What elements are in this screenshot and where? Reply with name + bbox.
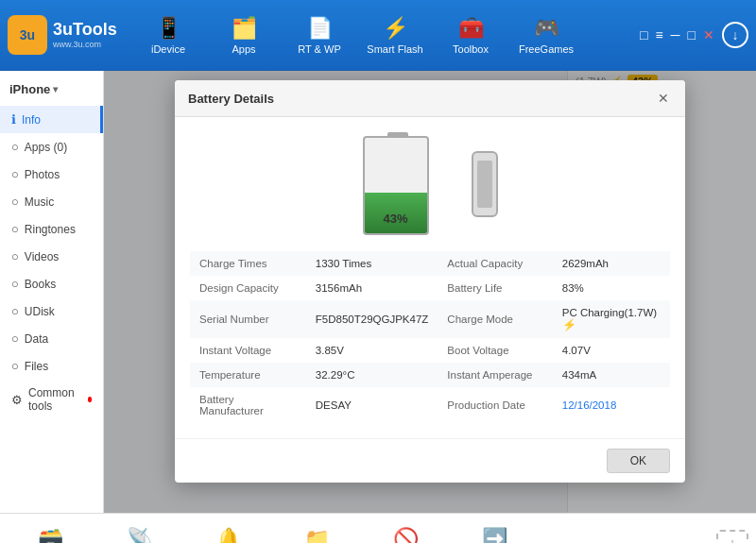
- plus-icon: +: [727, 535, 738, 543]
- sidebar-item-udisk[interactable]: ○ UDisk: [0, 297, 103, 325]
- val-charge-times: 1330 Times: [306, 251, 438, 276]
- tool-make-ringtone[interactable]: 🔔 Make Ringtone: [185, 518, 270, 544]
- charge-lightning-icon: ⚡: [562, 318, 576, 331]
- apps-icon: 🗂️: [232, 16, 257, 41]
- music-icon: ○: [11, 195, 19, 209]
- sidebar-item-music[interactable]: ○ Music: [0, 188, 103, 215]
- battery-details-table: Charge Times 1330 Times Actual Capacity …: [190, 251, 670, 423]
- val-production-date: 12/16/2018: [553, 387, 670, 423]
- dialog-title: Battery Details: [188, 92, 274, 106]
- tool-airplayer[interactable]: 📡 3uAirPlayer: [96, 518, 181, 544]
- sidebar-label-photos: Photos: [25, 168, 60, 181]
- nav-item-idevice[interactable]: 📱 iDevice: [130, 5, 206, 66]
- tool-backup-restore[interactable]: 🗃️ Backup/Restore: [8, 518, 93, 544]
- dialog-header: Battery Details ✕: [175, 80, 685, 117]
- maximize-icon[interactable]: □: [688, 27, 696, 42]
- download-button[interactable]: ↓: [722, 22, 748, 48]
- dialog-footer: OK: [175, 438, 685, 483]
- sidebar-item-info[interactable]: ℹ Info: [0, 106, 103, 133]
- sidebar-label-udisk: UDisk: [25, 305, 55, 318]
- dialog-body: 43% Charge Times 1330 Times Actual Capac…: [175, 117, 685, 438]
- sidebar-label-commontools: Common tools: [28, 386, 80, 413]
- val-instant-amperage: 434mA: [553, 363, 670, 387]
- ringtone-icon: 🔔: [215, 527, 241, 544]
- window-icon-2[interactable]: ≡: [655, 27, 662, 42]
- nav-label-rtwp: RT & WP: [298, 43, 340, 55]
- idevice-icon: 📱: [156, 16, 181, 41]
- table-row: Design Capacity 3156mAh Battery Life 83%: [190, 276, 670, 300]
- label-instant-voltage: Instant Voltage: [190, 338, 306, 363]
- sidebar-item-videos[interactable]: ○ Videos: [0, 243, 103, 270]
- nav-item-freegames[interactable]: 🎮 FreeGames: [508, 5, 584, 66]
- window-icon-1[interactable]: □: [640, 27, 647, 42]
- battery-visual: 43%: [190, 132, 670, 236]
- logo-area: 3u 3uTools www.3u.com: [8, 15, 130, 55]
- stop-update-icon: 🚫: [393, 527, 419, 544]
- label-instant-amperage: Instant Amperage: [438, 363, 552, 387]
- red-dot: [88, 397, 92, 402]
- label-temperature: Temperature: [190, 363, 306, 387]
- label-serial-number: Serial Number: [190, 300, 306, 338]
- sidebar-item-data[interactable]: ○ Data: [0, 325, 103, 352]
- tool-transfer-data[interactable]: ➡️ Transfer Data: [452, 518, 537, 544]
- val-actual-capacity: 2629mAh: [553, 251, 670, 276]
- sidebar-label-music: Music: [25, 195, 54, 209]
- table-row: Battery Manufacturer DESAY Production Da…: [190, 387, 670, 423]
- nav-item-smartflash[interactable]: ⚡ Smart Flash: [357, 5, 433, 66]
- val-battery-manufacturer: DESAY: [306, 387, 438, 423]
- sidebar-item-books[interactable]: ○ Books: [0, 270, 103, 297]
- smartflash-icon: ⚡: [383, 16, 408, 41]
- transfer-icon: ➡️: [482, 527, 507, 544]
- label-design-capacity: Design Capacity: [190, 276, 306, 300]
- sidebar-label-files: Files: [25, 360, 48, 373]
- nav-item-rtwp[interactable]: 📄 RT & WP: [282, 5, 357, 66]
- val-temperature: 32.29°C: [306, 363, 438, 387]
- nav-label-freegames: FreeGames: [519, 43, 574, 55]
- sidebar-item-files[interactable]: ○ Files: [0, 352, 103, 380]
- battery-percent-text: 43%: [365, 212, 427, 226]
- label-actual-capacity: Actual Capacity: [438, 251, 552, 276]
- val-design-capacity: 3156mAh: [306, 276, 438, 300]
- logo-title: 3uTools: [53, 21, 117, 40]
- nav-item-toolbox[interactable]: 🧰 Toolbox: [433, 5, 508, 66]
- bottom-toolbar: 🗃️ Backup/Restore 📡 3uAirPlayer 🔔 Make R…: [0, 513, 756, 543]
- sidebar-item-photos[interactable]: ○ Photos: [0, 161, 103, 188]
- label-charge-times: Charge Times: [190, 251, 306, 276]
- label-boot-voltage: Boot Voltage: [438, 338, 552, 363]
- table-row: Charge Times 1330 Times Actual Capacity …: [190, 251, 670, 276]
- tool-customize-button[interactable]: +: [716, 530, 748, 544]
- files-icon: ○: [11, 359, 19, 373]
- sidebar-label-info: Info: [22, 113, 41, 127]
- val-boot-voltage: 4.07V: [553, 338, 670, 363]
- nav-label-idevice: iDevice: [151, 43, 185, 55]
- top-right-icons: □ ≡ ─ □ ✕ ↓: [640, 22, 748, 48]
- logo-badge: 3u: [8, 15, 47, 55]
- airplayer-icon: 📡: [127, 527, 152, 544]
- sidebar-label-ringtones: Ringtones: [25, 223, 76, 236]
- commontools-icon: ⚙: [11, 393, 23, 407]
- videos-icon: ○: [11, 249, 19, 263]
- nav-items: 📱 iDevice 🗂️ Apps 📄 RT & WP ⚡ Smart Flas…: [130, 5, 640, 66]
- tool-stop-ios-update[interactable]: 🚫 Stop iOS Update: [363, 518, 448, 544]
- sidebar-item-ringtones[interactable]: ○ Ringtones: [0, 215, 103, 243]
- logo-text-area: 3uTools www.3u.com: [53, 21, 117, 49]
- device-name: iPhone: [9, 82, 50, 96]
- ok-button[interactable]: OK: [607, 449, 670, 473]
- nav-item-apps[interactable]: 🗂️ Apps: [206, 5, 282, 66]
- sidebar-item-apps[interactable]: ○ Apps (0): [0, 133, 103, 161]
- manage-icon-icon: 📁: [304, 527, 330, 544]
- val-serial-number: F5D850T29QGJPK47Z: [306, 300, 438, 338]
- label-battery-life: Battery Life: [438, 276, 552, 300]
- close-icon[interactable]: ✕: [703, 27, 714, 42]
- info-icon: ℹ: [11, 112, 16, 127]
- device-header[interactable]: iPhone ▾: [0, 76, 103, 102]
- table-row: Temperature 32.29°C Instant Amperage 434…: [190, 363, 670, 387]
- ringtones-icon: ○: [11, 222, 19, 236]
- dialog-close-button[interactable]: ✕: [655, 90, 672, 107]
- sidebar-label-books: Books: [25, 278, 56, 291]
- udisk-icon: ○: [11, 304, 19, 318]
- chevron-down-icon: ▾: [53, 84, 58, 94]
- tool-manage-icon[interactable]: 📁 Manage Icon: [274, 518, 359, 544]
- sidebar-item-commontools[interactable]: ⚙ Common tools: [0, 380, 103, 419]
- minimize-icon[interactable]: ─: [671, 27, 680, 42]
